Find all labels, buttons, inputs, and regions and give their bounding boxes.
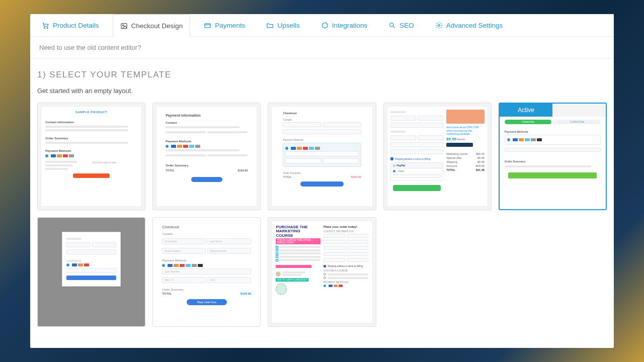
thumb-section: Order Summary <box>162 288 251 291</box>
thumb-section: Payment Methods <box>283 138 361 141</box>
content-area: 1) SELECT YOUR TEMPLATE Get started with… <box>30 59 614 348</box>
template-card-3[interactable]: Checkout Contact Payment Methods Order S… <box>268 103 376 210</box>
main-panel: Product Details Checkout Design Payments… <box>30 14 614 348</box>
svg-point-3 <box>122 25 124 26</box>
image-icon <box>120 22 128 30</box>
tab-payments[interactable]: Payments <box>196 14 253 36</box>
thumb-title: Checkout <box>162 225 251 229</box>
template-thumb: SAMPLE PRODUCT Contact Information Order… <box>41 106 142 207</box>
thumb-tagline <box>446 143 473 147</box>
template-card-4[interactable]: Shipping address is same as Billing PayP… <box>383 103 492 210</box>
tab-label: Checkout Design <box>131 22 183 30</box>
thumb-section: Payment Methods <box>162 259 251 262</box>
tab-label: Product Details <box>53 22 99 29</box>
thumb-section: Payment Methods <box>505 130 601 133</box>
thumb-button <box>191 177 222 182</box>
template-thumb: Checkout Contact First Name Last Name Em… <box>156 221 257 323</box>
thumb-section: Order Summary <box>283 171 361 174</box>
thumb-total: TOTAL <box>283 175 291 178</box>
thumb-section: CHOOSE A COURSE <box>324 269 368 272</box>
tab-upsells[interactable]: Upsells <box>259 14 307 36</box>
thumb-section: Contact Information <box>45 121 137 124</box>
template-thumb: Shipping address is same as Billing PayP… <box>387 106 488 207</box>
thumb-section: Contact <box>162 232 251 235</box>
tab-label: Advanced Settings <box>446 22 503 29</box>
template-grid: SAMPLE PRODUCT Contact Information Order… <box>37 103 607 327</box>
promo-icon <box>446 110 485 124</box>
thumb-section: PAYMENT METHODS <box>324 281 368 284</box>
hex-icon <box>321 22 329 29</box>
template-thumb: PURCHASE THE MARKETING COURSE THIS IS A … <box>271 221 372 323</box>
tab-integrations[interactable]: Integrations <box>313 14 375 36</box>
template-card-7[interactable]: Checkout Contact First Name Last Name Em… <box>152 217 261 327</box>
thumb-field: MM / YY <box>162 277 206 283</box>
r: Special offer <box>446 156 461 159</box>
template-card-1[interactable]: SAMPLE PRODUCT Contact Information Order… <box>37 103 145 210</box>
svg-point-1 <box>47 28 48 29</box>
search-icon <box>388 22 396 29</box>
thumb-section: Payment Methods <box>45 149 137 152</box>
thumb-section: Order Summary <box>505 160 601 163</box>
thumb-button: Place Order Now <box>187 299 227 305</box>
thumb-highlight <box>276 265 311 268</box>
thumb-total: TOTAL <box>162 292 172 295</box>
template-thumb: Contact Info Confirm Order Payment Metho… <box>500 117 606 209</box>
svg-point-0 <box>44 28 45 29</box>
template-thumb: Payment Information Contact Payment Meth… <box>156 106 257 207</box>
thumb-title: SAMPLE PRODUCT <box>45 111 137 114</box>
thumb-highlight: THIS IS A LIMITED TIME OFFER — ENROLL TO… <box>276 238 320 244</box>
thumb-ship: Shipping address is same as billing <box>328 265 363 267</box>
thumb-cta: ADD TO CART & CHECKOUT <box>276 278 308 282</box>
template-card-2[interactable]: Payment Information Contact Payment Meth… <box>152 103 261 210</box>
template-card-6[interactable] <box>37 217 145 327</box>
section-subtitle: Get started with an empty layout. <box>37 87 607 95</box>
thumb-title: Checkout <box>283 112 361 115</box>
template-thumb: Checkout Contact Payment Methods Order S… <box>271 106 372 207</box>
tab-label: Integrations <box>332 22 368 29</box>
thumb-button <box>300 182 343 187</box>
thumb-section: Payment Methods <box>166 140 248 143</box>
old-editor-text: Need to use the old content editor? <box>39 44 141 51</box>
thumb-title: Payment Information <box>166 114 248 117</box>
thumb-paypal: PayPal <box>397 164 405 167</box>
svg-point-6 <box>438 25 440 27</box>
r: Discount <box>446 164 457 167</box>
thumb-field: First Name <box>162 238 206 244</box>
template-card-5-active[interactable]: Active Contact Info Confirm Order Paymen… <box>499 103 607 210</box>
thumb-field: Card Number <box>162 268 251 275</box>
tab-seo[interactable]: SEO <box>381 14 422 36</box>
tab-label: Payments <box>215 22 245 29</box>
thumb-card: Card <box>398 169 404 172</box>
thumb-oldprice: $19.99 <box>457 138 465 141</box>
svg-rect-2 <box>121 23 126 28</box>
thumb-price: $9.99 <box>446 137 456 141</box>
r: Marketing course <box>446 152 467 155</box>
thumb-promo: also know about 50% OFF when purchasing … <box>446 126 485 136</box>
thumb-field: Email Address <box>162 248 206 254</box>
tab-checkout-design[interactable]: Checkout Design <box>113 14 191 37</box>
thumb-total: TOTAL <box>166 169 175 172</box>
thumb-button <box>508 172 597 178</box>
template-thumb <box>62 232 121 287</box>
section-title: 1) SELECT YOUR TEMPLATE <box>37 70 607 80</box>
thumb-hdr: COURSE <box>276 234 320 238</box>
template-card-8[interactable]: PURCHASE THE MARKETING COURSE THIS IS A … <box>268 217 376 327</box>
v: $50.00 <box>476 152 485 155</box>
thumb-field: Phone Number <box>207 248 251 254</box>
card-icon <box>204 22 211 29</box>
r: TOTAL <box>446 168 455 171</box>
thumb-price: $199.99 <box>351 175 361 178</box>
thumb-price: $199.99 <box>238 169 248 172</box>
thumb-section: Order Summary <box>166 164 248 167</box>
tab-product-details[interactable]: Product Details <box>34 14 107 36</box>
cart-icon <box>42 22 49 29</box>
old-editor-link[interactable]: Need to use the old content editor? <box>30 37 614 59</box>
thumb-button <box>73 173 110 178</box>
thumb-price: $199.99 <box>240 292 252 295</box>
tab-advanced-settings[interactable]: Advanced Settings <box>428 14 511 36</box>
r: Shipping <box>446 160 457 163</box>
thumb-button <box>66 276 116 280</box>
thumb-section: Order Summary <box>45 137 137 140</box>
thumb-button <box>393 185 441 191</box>
active-badge: Active <box>500 104 553 117</box>
